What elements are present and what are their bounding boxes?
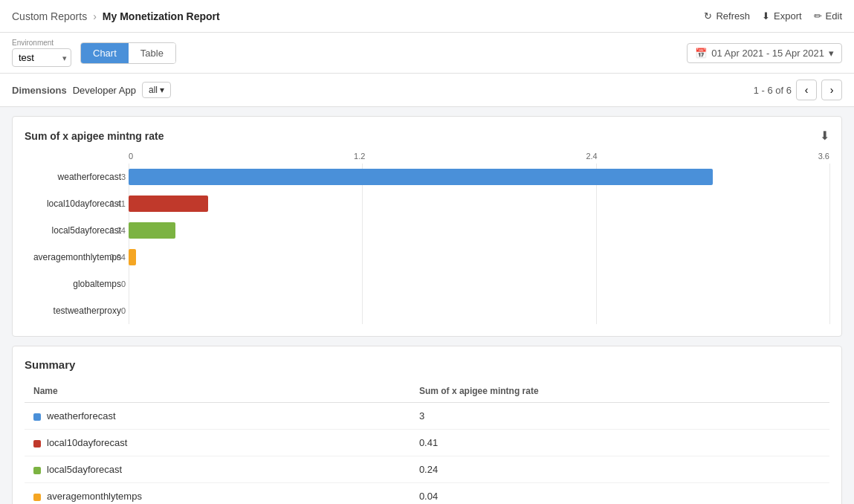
dimensions-pagination: 1 - 6 of 6 ‹ ›: [754, 80, 842, 100]
bar-row: testweatherproxy0: [129, 297, 829, 324]
bar: [129, 249, 136, 265]
bar: [129, 222, 175, 239]
col-name-header: Name: [25, 380, 410, 403]
axis-label: 2.4: [586, 152, 597, 161]
bar-row: globaltemps0: [129, 271, 829, 297]
dimensions-bar: Dimensions Developer App all ▾ 1 - 6 of …: [0, 74, 854, 107]
row-value-cell: 0.24: [410, 456, 829, 483]
breadcrumb-parent[interactable]: Custom Reports: [12, 10, 87, 22]
app-header: Custom Reports › My Monetization Report …: [0, 0, 854, 33]
dimensions-field: Developer App: [73, 85, 136, 96]
color-indicator: [33, 413, 41, 421]
bar: [129, 196, 208, 212]
axis-label: 3.6: [818, 152, 829, 161]
date-range-picker[interactable]: 📅 01 Apr 2021 - 15 Apr 2021 ▾: [687, 43, 842, 63]
env-select-container: test: [12, 48, 71, 67]
chart-rows: weatherforecast3local10dayforecast0.41lo…: [129, 164, 829, 324]
toolbar-left: Environment test Chart Table: [12, 39, 176, 67]
env-select[interactable]: test: [12, 48, 71, 67]
table-row: local5dayforecast0.24: [25, 456, 829, 483]
tab-table[interactable]: Table: [129, 43, 175, 63]
bar-wrapper: [129, 169, 829, 185]
bar-wrapper: [129, 196, 829, 212]
bar-row: local5dayforecast0.24: [129, 217, 829, 244]
bar-value-label: 0: [100, 280, 126, 288]
breadcrumb-separator: ›: [93, 10, 97, 22]
bar-wrapper: [129, 276, 829, 292]
header-actions: ↻ Refresh ⬇ Export ✏ Edit: [704, 10, 842, 22]
table-header-row: Name Sum of x apigee mintng rate: [25, 380, 829, 403]
dimensions-left: Dimensions Developer App all ▾: [12, 82, 171, 98]
table-row: weatherforecast3: [25, 403, 829, 430]
page-title: My Monetization Report: [103, 10, 220, 22]
bar-value-label: 3: [100, 172, 126, 181]
refresh-button[interactable]: ↻ Refresh: [704, 10, 750, 22]
bar-value-label: 0.41: [100, 199, 126, 208]
prev-page-button[interactable]: ‹: [796, 80, 817, 100]
chevron-down-icon: ▾: [160, 85, 164, 95]
bar-row: local10dayforecast0.41: [129, 190, 829, 217]
row-name-cell: averagemonthlytemps: [25, 483, 410, 505]
axis-label: 0: [129, 152, 133, 161]
row-value-cell: 0.41: [410, 430, 829, 456]
color-indicator: [33, 494, 41, 501]
env-label: Environment: [12, 39, 71, 47]
main-content: Sum of x apigee mintng rate ⬇ 01.22.43.6…: [0, 107, 854, 504]
bar-wrapper: [129, 249, 829, 265]
bar: [129, 169, 713, 185]
bar-wrapper: [129, 222, 829, 239]
dimensions-filter[interactable]: all ▾: [142, 82, 171, 98]
pagination-info: 1 - 6 of 6: [754, 85, 792, 96]
summary-table: Name Sum of x apigee mintng rate weather…: [25, 380, 829, 504]
axis-label: 1.2: [354, 152, 365, 161]
next-page-button[interactable]: ›: [821, 80, 842, 100]
bar-wrapper: [129, 303, 829, 319]
bar-row: averagemonthlytemps0.04: [129, 244, 829, 271]
col-value-header: Sum of x apigee mintng rate: [410, 380, 829, 403]
summary-card: Summary Name Sum of x apigee mintng rate…: [12, 346, 842, 504]
row-name: local10dayforecast: [47, 437, 127, 448]
refresh-icon: ↻: [704, 10, 712, 22]
bar-row: weatherforecast3: [129, 164, 829, 190]
view-tabs: Chart Table: [80, 42, 176, 64]
row-name-cell: local10dayforecast: [25, 430, 410, 456]
export-button[interactable]: ⬇ Export: [762, 10, 802, 22]
dimensions-label: Dimensions: [12, 85, 67, 96]
chart-axis-labels: 01.22.43.6: [129, 152, 829, 161]
breadcrumb: Custom Reports › My Monetization Report: [12, 10, 220, 22]
table-row: local10dayforecast0.41: [25, 430, 829, 456]
export-icon: ⬇: [762, 10, 770, 22]
download-chart-button[interactable]: ⬇: [820, 129, 829, 143]
row-name-cell: weatherforecast: [25, 403, 410, 430]
row-name: averagemonthlytemps: [47, 491, 142, 502]
calendar-icon: 📅: [695, 48, 707, 59]
summary-title: Summary: [25, 358, 829, 371]
toolbar: Environment test Chart Table 📅 01 Apr 20…: [0, 33, 854, 74]
bar-value-label: 0.04: [100, 253, 126, 262]
color-indicator: [33, 440, 41, 448]
tab-chart[interactable]: Chart: [81, 43, 129, 63]
bar-value-label: 0: [100, 306, 126, 315]
row-value-cell: 0.04: [410, 483, 829, 505]
bar-value-label: 0.24: [100, 226, 126, 235]
edit-icon: ✏: [814, 10, 822, 22]
row-name: weatherforecast: [47, 410, 116, 421]
chevron-down-icon: ▾: [829, 48, 834, 59]
bar-chart: 01.22.43.6 weatherforecast3local10dayfor…: [25, 152, 829, 324]
row-name-cell: local5dayforecast: [25, 456, 410, 483]
chart-header: Sum of x apigee mintng rate ⬇: [25, 129, 829, 143]
environment-selector: Environment test: [12, 39, 71, 67]
color-indicator: [33, 467, 41, 474]
edit-button[interactable]: ✏ Edit: [814, 10, 842, 22]
row-name: local5dayforecast: [47, 464, 122, 475]
chart-title: Sum of x apigee mintng rate: [25, 130, 164, 142]
dimensions-filter-value: all: [149, 85, 158, 95]
chart-card: Sum of x apigee mintng rate ⬇ 01.22.43.6…: [12, 116, 842, 337]
row-value-cell: 3: [410, 403, 829, 430]
table-row: averagemonthlytemps0.04: [25, 483, 829, 505]
date-range-value: 01 Apr 2021 - 15 Apr 2021: [711, 48, 824, 59]
